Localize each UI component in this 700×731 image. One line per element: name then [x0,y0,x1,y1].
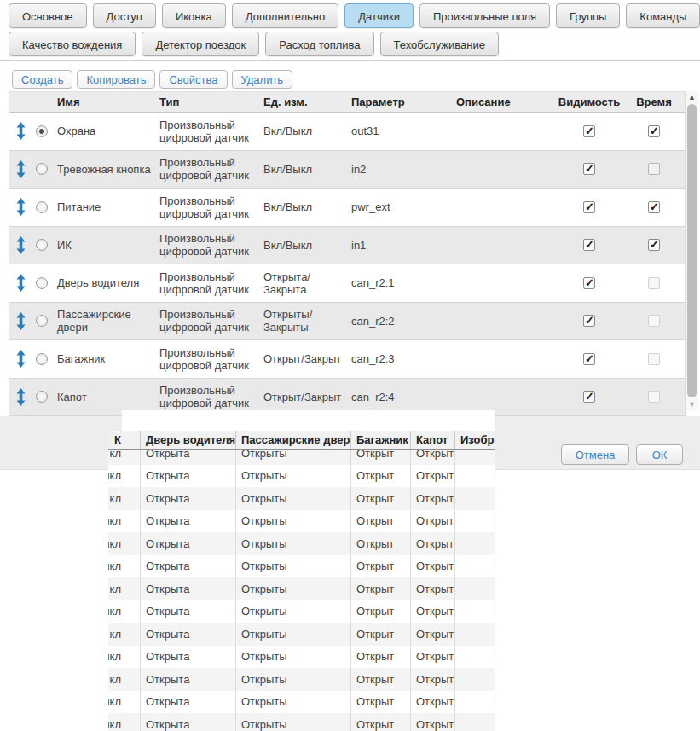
header-drag-column [9,92,32,112]
popup-cell-driver-door: Открыта [141,465,236,488]
time-checkbox[interactable] [648,201,660,213]
visibility-checkbox[interactable] [583,315,595,327]
popup-header-hood: Капот [411,431,455,449]
toolbar-button[interactable]: Свойства [159,70,227,89]
sensor-radio[interactable] [36,125,48,137]
drag-handle-cell [9,113,32,150]
sensor-name: Багажник [52,340,154,378]
tab[interactable]: Датчики [344,3,414,28]
visibility-cell [555,227,623,264]
popup-cell-driver-door: Открыта [141,646,236,669]
time-checkbox[interactable] [648,315,660,327]
popup-cell-image [455,623,495,646]
popup-cell-driver-door: Открыта [141,577,236,600]
time-checkbox[interactable] [648,163,660,175]
popup-cell-passenger-doors: Открыты [236,450,351,465]
popup-cell-passenger-doors: Открыты [236,577,351,600]
toolbar-button[interactable]: Создать [12,70,72,89]
popup-cell-driver-door: Открыта [141,600,236,624]
sensor-unit-line1: Открыт/Закрыт [263,391,341,403]
sensor-param: can_r2:2 [346,303,451,340]
time-cell [623,151,685,189]
time-checkbox[interactable] [648,353,660,365]
table-scrollbar: ▲ ▼ [686,91,698,410]
tab[interactable]: Произвольные поля [419,3,550,28]
drag-vertical-icon[interactable] [16,388,26,406]
drag-vertical-icon[interactable] [16,312,26,330]
sensor-unit-line2: Закрыта [263,283,306,296]
toolbar-button[interactable]: Удалить [232,70,293,89]
popup-cell-trunk: Открыт [351,623,411,646]
popup-cell-passenger-doors: Открыты [236,465,351,488]
tab[interactable]: Детектор поездок [142,32,259,56]
visibility-checkbox[interactable] [583,125,595,137]
tab[interactable]: Группы [556,3,620,28]
visibility-cell [555,113,623,150]
tab[interactable]: Команды [626,3,700,28]
sensor-radio[interactable] [36,353,48,365]
drag-vertical-icon[interactable] [16,350,26,368]
popup-table-body: кл Открыта Открыты Открыт Открыт ыкл Отк… [108,450,495,731]
sensor-states-popup: К Дверь водителя Пассажирские двери Бага… [108,431,495,731]
time-cell [623,113,685,150]
sensors-table-body: Охрана Произвольный цифровой датчик Вкл/… [9,113,685,416]
popup-cell-passenger-doors: Открыты [236,510,351,533]
popup-cell-hood: Открыт [411,577,455,600]
tab[interactable]: Качество вождения [9,32,136,56]
tab[interactable]: Техобслуживание [380,32,499,56]
sensor-radio[interactable] [36,201,48,213]
sensor-radio[interactable] [36,277,48,289]
visibility-cell [555,151,623,189]
radio-cell [32,340,52,378]
visibility-checkbox[interactable] [583,391,595,403]
sensor-radio[interactable] [36,239,48,251]
time-cell [623,264,685,302]
tab[interactable]: Основное [9,3,87,28]
popup-row: ыкл Открыта Открыты Открыт Открыт [108,691,495,714]
header-desc: Описание [451,92,555,112]
popup-cell-trunk: Открыт [351,600,411,624]
time-checkbox[interactable] [648,391,660,403]
tab[interactable]: Иконка [162,3,226,28]
header-param: Параметр [346,92,451,112]
popup-cell-state: кл [108,577,141,600]
visibility-checkbox[interactable] [583,277,595,289]
time-checkbox[interactable] [648,125,660,137]
scroll-down-icon[interactable]: ▼ [686,398,698,410]
popup-cell-driver-door: Открыта [141,487,236,510]
tab[interactable]: Доступ [93,3,156,28]
sensor-radio[interactable] [36,391,48,403]
popup-cell-driver-door: Открыта [141,510,236,533]
ok-button[interactable]: ОК [636,444,683,465]
sensor-radio[interactable] [36,315,48,327]
drag-vertical-icon[interactable] [16,122,26,140]
drag-handle-cell [9,264,32,302]
drag-vertical-icon[interactable] [16,160,26,178]
sensor-unit-line2: Закрыты [263,321,309,334]
time-checkbox[interactable] [648,239,660,251]
toolbar-button[interactable]: Копировать [77,70,155,89]
visibility-checkbox[interactable] [583,201,595,213]
popup-cell-hood: Открыт [411,555,455,578]
drag-handle-cell [9,189,32,226]
tab[interactable]: Дополнительно [232,3,339,28]
tab[interactable]: Расход топлива [265,32,373,56]
popup-cell-hood: Открыт [411,450,455,465]
sensor-param: out31 [346,113,451,150]
sensor-desc [451,340,555,378]
cancel-button[interactable]: Отмена [561,444,629,465]
sensor-radio[interactable] [36,163,48,175]
drag-vertical-icon[interactable] [16,198,26,216]
visibility-checkbox[interactable] [583,239,595,251]
scrollbar-thumb[interactable] [687,104,697,397]
time-checkbox[interactable] [648,277,660,289]
tab-bar-row-1: Основное Доступ Иконка Дополнительно Дат… [9,3,700,28]
popup-cell-trunk: Открыт [351,668,411,691]
popup-cell-image [455,465,495,488]
sensor-row: Охрана Произвольный цифровой датчик Вкл/… [9,113,685,151]
visibility-checkbox[interactable] [583,353,595,365]
visibility-checkbox[interactable] [583,163,595,175]
drag-vertical-icon[interactable] [16,236,26,254]
scroll-up-icon[interactable]: ▲ [686,91,698,103]
drag-vertical-icon[interactable] [16,274,26,292]
